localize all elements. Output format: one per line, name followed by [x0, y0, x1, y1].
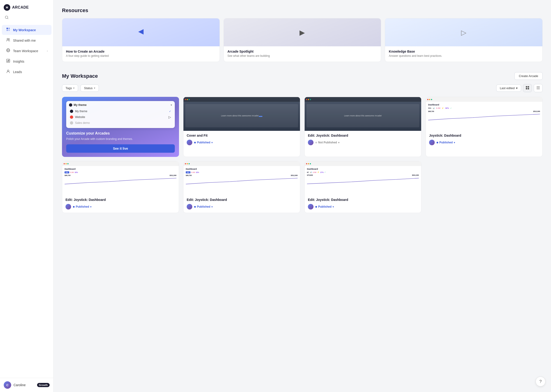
- filters-row: Tags ▾ Status ▾ Last edited ▾: [62, 84, 543, 92]
- status-filter-button[interactable]: Status ▾: [80, 84, 99, 92]
- chevron-down-icon: ▾: [73, 87, 75, 90]
- svg-rect-14: [9, 60, 9, 62]
- filters-right: Last edited ▾: [496, 84, 543, 92]
- status-badge[interactable]: Published ▾: [436, 141, 455, 144]
- svg-rect-17: [528, 86, 529, 88]
- user-avatar: C: [4, 381, 11, 389]
- tags-filter-button[interactable]: Tags ▾: [62, 84, 78, 92]
- svg-rect-18: [526, 88, 527, 89]
- card-avatar: [308, 140, 313, 145]
- sidebar-item-label: Shared with me: [13, 39, 36, 42]
- featured-arcade-card[interactable]: My theme ▾ My theme ✓ Website ▷: [62, 97, 179, 157]
- card-avatar: [308, 204, 313, 210]
- resources-grid: ▶ How to Create an Arcade A four-step gu…: [62, 18, 543, 62]
- chevron-down-icon: ▾: [211, 141, 213, 144]
- sidebar-nav: My Workspace Shared with me: [0, 23, 53, 378]
- card-thumbnail: Dashboard 87 📊 8.5M ⚡ 27% ✓ $75,800$941,…: [305, 161, 421, 195]
- dropdown-icon: ▾: [171, 104, 172, 107]
- resource-card-spotlight[interactable]: ▶ Arcade Spotlight See what other teams …: [224, 18, 381, 62]
- arcade-card-joystick-dashboard[interactable]: Dashboard 311 📊 6.3M ⚡ 32% ✓ $89,700$512…: [426, 97, 543, 157]
- team-icon: [6, 48, 11, 54]
- resources-title: Resources: [62, 7, 543, 14]
- app-name: ARCADE: [12, 5, 29, 10]
- arcade-card-edit-joystick-1[interactable]: Learn more about this awesome Arcade! Ed…: [304, 97, 421, 157]
- status-badge[interactable]: Published ▾: [194, 205, 213, 208]
- resource-card-title: How to Create an Arcade: [66, 49, 216, 53]
- tags-label: Tags: [65, 86, 72, 90]
- status-label: Published: [197, 205, 210, 208]
- svg-rect-22: [536, 89, 540, 89]
- arcade-card-edit-joystick-4[interactable]: Dashboard 87 📊 8.5M ⚡ 27% ✓ $75,800$941,…: [304, 161, 421, 213]
- featured-title: Customize your Arcades: [66, 131, 175, 135]
- workspace-icon: [6, 27, 11, 33]
- status-badge[interactable]: Published ▾: [194, 141, 213, 144]
- theme-option-website: Website ▷: [69, 114, 172, 120]
- status-badge[interactable]: Not Published ▾: [315, 141, 339, 144]
- cursor-icon: ▷: [168, 115, 171, 119]
- arcade-card-edit-joystick-2[interactable]: Dashboard 311 6.3M 32% $89,700$512,000: [62, 161, 179, 213]
- chevron-right-icon: ›: [47, 49, 48, 53]
- shared-icon: [6, 38, 11, 43]
- status-badge[interactable]: Published ▾: [73, 205, 91, 208]
- help-button[interactable]: ?: [536, 377, 545, 386]
- card-avatar: [187, 204, 192, 210]
- sidebar-item-label: Insights: [13, 60, 24, 63]
- svg-rect-5: [8, 29, 10, 31]
- search-button[interactable]: [4, 14, 10, 21]
- chevron-down-icon: ▾: [211, 206, 213, 208]
- sort-label: Last edited: [500, 86, 515, 90]
- card-title: Edit: Joystick: Dashboard: [187, 198, 297, 202]
- insights-icon: [6, 59, 11, 64]
- chevron-down-icon: ▾: [333, 206, 334, 208]
- sidebar-item-team-workspace[interactable]: Team Workspace ›: [2, 46, 51, 56]
- sidebar-item-leads[interactable]: Leads: [2, 67, 51, 77]
- svg-point-6: [7, 38, 8, 40]
- status-label: Published: [439, 141, 453, 144]
- resource-card-desc: See what other teams are building: [227, 54, 377, 57]
- see-it-live-button[interactable]: See it live: [66, 144, 175, 153]
- card-title: Edit: Joystick: Dashboard: [65, 198, 175, 202]
- sidebar-item-insights[interactable]: Insights: [2, 56, 51, 66]
- svg-rect-13: [8, 60, 8, 62]
- resource-card-title: Arcade Spotlight: [227, 49, 377, 53]
- arcade-card-edit-joystick-3[interactable]: Dashboard 311 6.3M 32% $89,700$512,000: [183, 161, 300, 213]
- card-title: Cover and Fit: [187, 134, 297, 137]
- status-label: Not Published: [318, 141, 337, 144]
- chevron-down-icon: ▾: [516, 86, 518, 90]
- workspace-header: My Workspace Create Arcade: [62, 72, 543, 80]
- svg-rect-21: [536, 88, 540, 88]
- card-avatar: [187, 140, 192, 145]
- svg-rect-19: [528, 88, 529, 89]
- resource-card-knowledge-base[interactable]: ▷ Knowledge Base Answer questions and le…: [385, 18, 543, 62]
- svg-rect-2: [7, 28, 8, 29]
- card-avatar: [65, 204, 71, 210]
- app-logo[interactable]: ARCADE: [0, 0, 53, 13]
- plan-badge: Growth: [37, 383, 50, 387]
- check-icon: ✓: [169, 110, 171, 113]
- resource-card-title: Knowledge Base: [389, 49, 539, 53]
- svg-point-7: [9, 39, 10, 40]
- sidebar-item-shared-with-me[interactable]: Shared with me: [2, 35, 51, 45]
- chevron-down-icon: ▾: [90, 206, 91, 208]
- status-badge[interactable]: Published ▾: [315, 205, 334, 208]
- grid-view-button[interactable]: [523, 84, 532, 92]
- sidebar: ARCADE My Workspace: [0, 0, 54, 392]
- sort-button[interactable]: Last edited ▾: [496, 84, 521, 92]
- card-title: Joystick: Dashboard: [429, 134, 539, 137]
- theme-picker-title: My theme: [74, 103, 87, 107]
- list-view-button[interactable]: [534, 84, 543, 92]
- chevron-down-icon: ▾: [338, 141, 339, 144]
- card-thumbnail: Dashboard 311 6.3M 32% $89,700$512,000: [183, 161, 300, 195]
- resource-card-how-to-create[interactable]: ▶ How to Create an Arcade A four-step gu…: [62, 18, 220, 62]
- theme-option-sales-demo: Sales demo: [69, 120, 172, 126]
- create-arcade-button[interactable]: Create Arcade: [515, 72, 543, 80]
- sidebar-item-label: Team Workspace: [13, 49, 38, 53]
- svg-rect-16: [526, 86, 527, 88]
- main-content: Resources ▶ How to Create an Arcade A fo…: [54, 0, 551, 392]
- resource-card-image: ▶: [62, 18, 220, 46]
- arcade-card-cover-and-fit[interactable]: Learn more about this awesome Arcade! Co…: [183, 97, 300, 157]
- sidebar-footer: C Caroline Growth: [0, 378, 53, 392]
- sidebar-item-my-workspace[interactable]: My Workspace: [2, 25, 51, 35]
- arcade-cards-grid: My theme ▾ My theme ✓ Website ▷: [62, 97, 543, 213]
- chevron-down-icon: ▾: [454, 141, 455, 144]
